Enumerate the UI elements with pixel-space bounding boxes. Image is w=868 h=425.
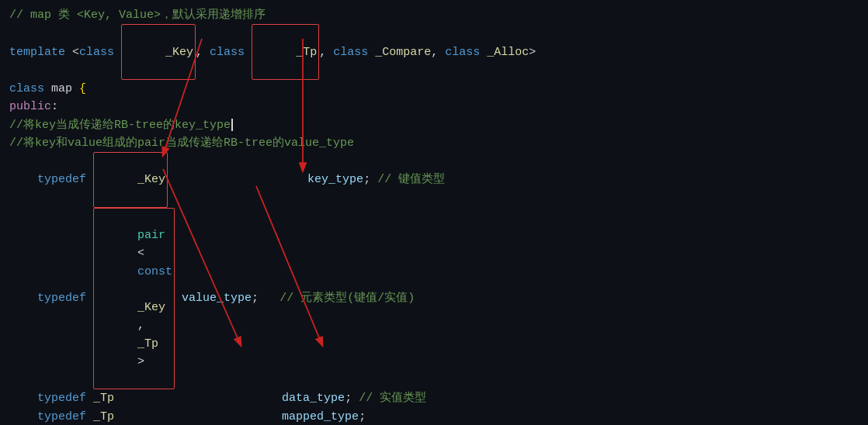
code-line-7: typedef _Key key_type ; // 键值类型 xyxy=(9,152,859,208)
code-line-9: typedef _Tp data_type ; // 实值类型 xyxy=(9,389,859,407)
code-line-5: //将key当成传递给RB-tree的key_type xyxy=(9,116,859,134)
highlight-key: _Key xyxy=(121,24,196,80)
space-map: map xyxy=(44,80,79,98)
comment-data-type-inline: // 实值类型 xyxy=(359,389,426,407)
spaces-t3 xyxy=(114,389,282,407)
spaces-t1 xyxy=(168,171,307,188)
kw-class3: class xyxy=(333,43,368,61)
space4 xyxy=(480,43,487,61)
kw-class-map: class xyxy=(9,80,44,98)
kw-class1: class xyxy=(79,43,114,61)
code-line-4: public : xyxy=(9,98,859,116)
space-t1 xyxy=(86,171,93,188)
access-public: public xyxy=(9,98,51,116)
colon-public: : xyxy=(51,98,58,116)
param-compare: _Compare xyxy=(375,43,431,61)
space2 xyxy=(245,43,252,61)
comma2: , xyxy=(319,43,333,61)
space-t4 xyxy=(86,408,93,426)
indent-2 xyxy=(9,289,37,307)
comment-key-type: //将key当成传递给RB-tree的key_type xyxy=(9,116,231,134)
comma3: , xyxy=(431,43,445,61)
code-line-3: class map { xyxy=(9,80,859,98)
code-line-2: template < class _Key , class _Tp , clas… xyxy=(9,24,859,80)
comment-map-class: // map 类 <Key, Value>，默认采用递增排序 xyxy=(9,6,266,24)
code-line-1: // map 类 <Key, Value>，默认采用递增排序 xyxy=(9,6,859,24)
kw-typedef-4: typedef xyxy=(37,408,86,426)
brace-open: { xyxy=(79,80,86,98)
key-type-id: key_type xyxy=(307,171,363,188)
kw-typedef-1: typedef xyxy=(37,171,86,188)
semi2: ; xyxy=(252,289,279,307)
comment-value-type-inline: // 元素类型(键值/实值) xyxy=(279,289,415,307)
typedef-key-param: _Key xyxy=(137,173,165,186)
spaces-t2 xyxy=(175,289,182,307)
code-editor: // map 类 <Key, Value>，默认采用递增排序 template … xyxy=(0,0,868,425)
indent-1 xyxy=(9,171,37,188)
pair-tp: _Tp xyxy=(137,337,158,351)
value-type-id: value_type xyxy=(182,289,252,307)
param-tp: _Tp xyxy=(296,46,317,59)
spaces-t4 xyxy=(114,408,282,426)
punct-gt: > xyxy=(529,43,536,61)
highlight-pair: pair < const _Key , _Tp > xyxy=(93,208,175,390)
punct-lt: < xyxy=(65,43,79,61)
pair-key: _Key xyxy=(137,301,165,314)
kw-typedef-2: typedef xyxy=(37,289,86,307)
space1 xyxy=(114,43,121,61)
code-line-6: //将key和value组成的pair当成传递给RB-tree的value_ty… xyxy=(9,134,859,152)
typedef-tp2: _Tp xyxy=(93,408,114,426)
code-line-10: typedef _Tp mapped_type ; xyxy=(9,408,859,426)
pair-lt: < xyxy=(137,247,144,260)
kw-class4: class xyxy=(445,43,480,61)
typedef-tp1: _Tp xyxy=(93,389,114,407)
space-t2 xyxy=(86,289,93,307)
comment-pair-type: //将key和value组成的pair当成传递给RB-tree的value_ty… xyxy=(9,134,354,152)
param-key: _Key xyxy=(165,46,193,59)
cursor-caret xyxy=(231,119,233,131)
highlight-key-type: _Key xyxy=(93,152,168,208)
pair-gt: > xyxy=(137,355,144,368)
kw-const: const xyxy=(137,265,172,278)
pair-space xyxy=(137,283,144,296)
space-t3 xyxy=(86,389,93,407)
pair-comma: , xyxy=(137,319,151,332)
comment-key-type-inline: // 键值类型 xyxy=(377,171,445,188)
kw-template: template xyxy=(9,43,65,61)
semi4: ; xyxy=(359,408,366,426)
kw-class2: class xyxy=(210,43,245,61)
mapped-type-id: mapped_type xyxy=(282,408,359,426)
indent-4 xyxy=(9,408,37,426)
data-type-id: data_type xyxy=(282,389,345,407)
pair-type: pair xyxy=(137,229,165,242)
param-alloc: _Alloc xyxy=(487,43,529,61)
code-line-8: typedef pair < const _Key , _Tp > value_… xyxy=(9,208,859,390)
kw-typedef-3: typedef xyxy=(37,389,86,407)
space3 xyxy=(368,43,375,61)
semi1: ; xyxy=(363,171,377,188)
indent-3 xyxy=(9,389,37,407)
semi3: ; xyxy=(345,389,359,407)
highlight-tp: _Tp xyxy=(252,24,319,80)
comma1: , xyxy=(196,43,210,61)
